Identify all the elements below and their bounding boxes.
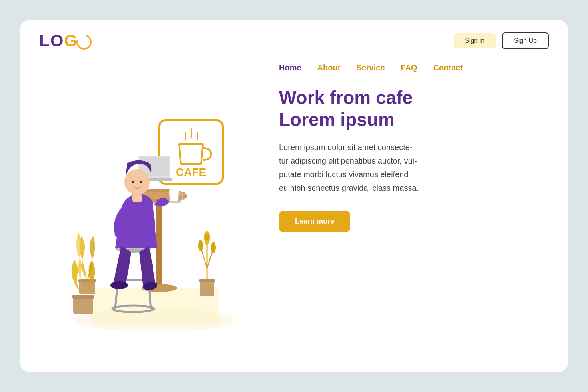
signup-button[interactable]: Sign Up — [502, 32, 549, 49]
hero-description: Lorem ipsum dolor sit amet consecte-tur … — [279, 140, 487, 195]
svg-rect-5 — [199, 279, 215, 282]
svg-point-38 — [132, 181, 134, 183]
illustration-area: CAFE — [39, 55, 271, 356]
svg-line-7 — [201, 248, 207, 268]
svg-rect-35 — [132, 194, 142, 202]
hero-illustration: CAFE — [51, 96, 259, 344]
svg-rect-22 — [156, 199, 162, 287]
svg-point-11 — [211, 242, 216, 253]
svg-text:CAFE: CAFE — [176, 166, 206, 178]
svg-rect-41 — [72, 295, 94, 299]
svg-rect-27 — [167, 201, 181, 203]
nav-about[interactable]: About — [317, 63, 341, 72]
svg-rect-3 — [78, 279, 96, 282]
svg-point-39 — [140, 181, 142, 183]
signin-button[interactable]: Sign in — [454, 33, 496, 48]
nav-faq[interactable]: FAQ — [401, 63, 417, 72]
nav-service[interactable]: Service — [356, 63, 385, 72]
nav-contact[interactable]: Contact — [433, 63, 463, 72]
svg-line-8 — [207, 250, 213, 268]
logo-text: LO — [39, 31, 64, 50]
page-container: LOG Sign in Sign Up — [20, 20, 568, 372]
hero-title: Work from cafeLorem ipsum — [279, 87, 549, 131]
main-content: CAFE — [20, 55, 568, 372]
svg-point-10 — [198, 240, 203, 251]
svg-point-34 — [124, 169, 150, 195]
right-content: Home About Service FAQ Contact Work from… — [271, 55, 549, 356]
header-buttons: Sign in Sign Up — [454, 32, 549, 49]
nav-home[interactable]: Home — [279, 63, 301, 72]
svg-point-36 — [110, 281, 128, 289]
navigation: Home About Service FAQ Contact — [279, 63, 549, 72]
logo: LOG — [39, 31, 92, 50]
header: LOG Sign in Sign Up — [20, 20, 568, 55]
learn-more-button[interactable]: Learn more — [279, 211, 350, 232]
